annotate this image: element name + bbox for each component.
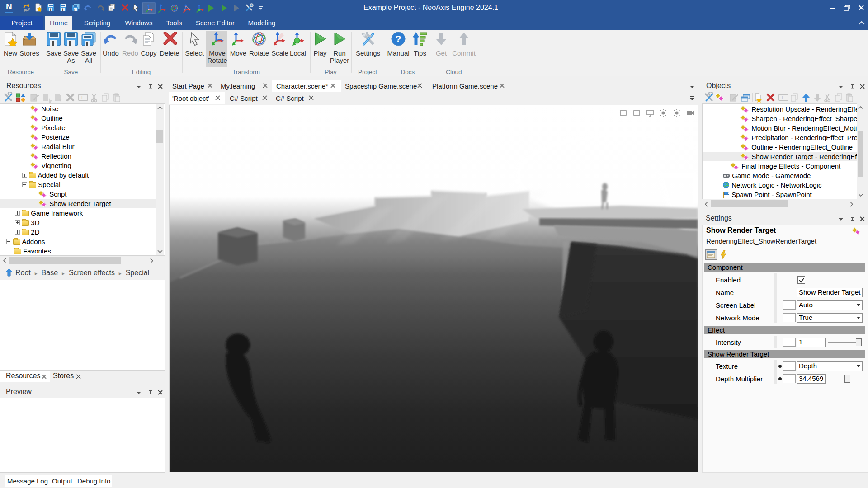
svg-text:I: I	[782, 95, 783, 100]
svg-text:I: I	[81, 95, 83, 100]
